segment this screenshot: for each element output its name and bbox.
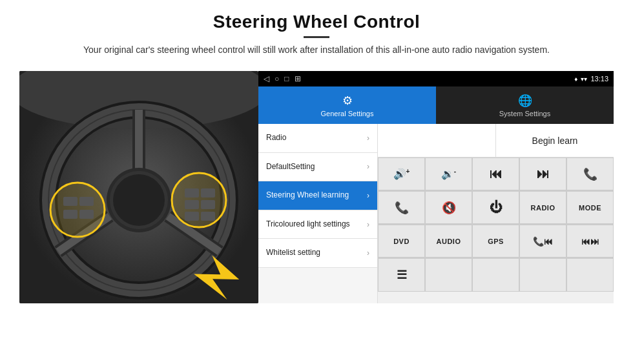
phone-button[interactable]: 📞 [566,157,614,190]
volume-down-icon: 🔉- [441,168,456,180]
chevron-right-icon: › [367,248,369,258]
svg-rect-25 [201,212,215,221]
menu-item-whitelist[interactable]: Whitelist setting › [258,239,377,268]
svg-point-14 [50,183,105,237]
recents-nav-icon[interactable]: □ [284,74,289,83]
steering-wheel-controls: Begin learn 🔊+ 🔉- ⏮ [378,124,614,303]
svg-rect-16 [79,197,94,206]
answer-icon: 📞 [395,201,409,215]
mute-icon: 🔇 [442,201,456,215]
tab-system-label: System Settings [499,110,550,117]
location-icon: ♦ [574,76,577,83]
skip-button[interactable]: ⏮⏭ [566,225,614,258]
empty-slot [378,124,496,157]
next-track-button[interactable]: ⏭ [519,157,566,190]
android-main: Radio › DefaultSetting › Steering Wheel … [258,124,614,303]
dvd-label: DVD [393,238,410,245]
chevron-right-icon: › [367,220,369,229]
svg-point-13 [113,174,165,226]
menu-item-default-setting[interactable]: DefaultSetting › [258,153,377,182]
mute-button[interactable]: 🔇 [425,191,472,224]
next-track-icon: ⏭ [537,167,550,181]
svg-rect-21 [201,188,215,197]
radio-label: RADIO [531,204,555,212]
phone-prev-button[interactable]: 📞⏮ [519,225,566,258]
status-bar-right: ♦ ▾▾ 13:13 [574,75,608,83]
phone-prev-icon: 📞⏮ [533,236,553,247]
home-nav-icon[interactable]: ○ [275,74,279,83]
tab-bar: ⚙ General Settings 🌐 System Settings [258,86,614,124]
chevron-right-icon: › [367,134,369,143]
page-container: Steering Wheel Control Your original car… [0,0,633,364]
volume-up-icon: 🔊+ [393,168,410,180]
menu-item-tricolour[interactable]: Tricoloured light settings › [258,210,377,239]
status-bar: ◁ ○ □ ⊞ ♦ ▾▾ 13:13 [258,71,614,86]
wifi-icon: ▾▾ [581,76,587,83]
audio-label: AUDIO [437,238,461,245]
empty-btn-2 [425,258,472,292]
settings-menu: Radio › DefaultSetting › Steering Wheel … [258,124,378,303]
back-nav-icon[interactable]: ◁ [264,74,269,83]
globe-settings-icon: 🌐 [518,94,532,108]
tab-general-label: General Settings [321,110,374,117]
title-section: Steering Wheel Control Your original car… [83,12,550,57]
page-title: Steering Wheel Control [83,12,550,32]
android-panel: ◁ ○ □ ⊞ ♦ ▾▾ 13:13 ⚙ General Settings [258,71,614,303]
power-button[interactable]: ⏻ [472,191,519,224]
begin-learn-button[interactable]: Begin learn [496,124,614,157]
volume-up-button[interactable]: 🔊+ [378,157,425,190]
prev-track-button[interactable]: ⏮ [472,157,519,190]
menu-item-steering-wheel[interactable]: Steering Wheel learning › [258,181,377,210]
chevron-right-icon: › [367,162,369,171]
steering-wheel-photo [19,71,258,303]
mode-button[interactable]: MODE [566,191,614,224]
svg-rect-18 [79,210,94,219]
list-icon: ☰ [397,268,407,282]
list-icon-button[interactable]: ☰ [378,258,425,292]
tab-system-settings[interactable]: 🌐 System Settings [436,86,614,124]
svg-rect-17 [63,210,78,219]
volume-down-button[interactable]: 🔉- [425,157,472,190]
empty-btn-3 [472,258,519,292]
audio-button[interactable]: AUDIO [425,225,472,258]
prev-track-icon: ⏮ [490,167,503,181]
tab-general-settings[interactable]: ⚙ General Settings [258,86,436,124]
radio-mode-button[interactable]: RADIO [519,191,566,224]
controls-top-row: Begin learn [378,124,614,157]
gps-button[interactable]: GPS [472,225,519,258]
nav-icons: ◁ ○ □ ⊞ [264,74,301,83]
svg-rect-20 [185,188,199,197]
chevron-right-icon: › [367,191,369,200]
gps-label: GPS [488,238,504,245]
empty-btn-5 [566,258,614,292]
empty-btn-4 [519,258,566,292]
svg-rect-23 [201,200,215,209]
mode-label: MODE [579,204,601,212]
title-divider [304,36,329,38]
svg-rect-24 [185,212,199,221]
status-time: 13:13 [590,75,608,83]
dvd-button[interactable]: DVD [378,225,425,258]
gear-settings-icon: ⚙ [342,94,353,108]
content-area: ◁ ○ □ ⊞ ♦ ▾▾ 13:13 ⚙ General Settings [19,71,614,303]
menu-item-radio[interactable]: Radio › [258,124,377,153]
power-icon: ⏻ [490,200,503,215]
svg-rect-15 [63,197,78,206]
phone-icon: 📞 [583,167,597,181]
page-subtitle: Your original car's steering wheel contr… [83,43,550,57]
menu-nav-icon[interactable]: ⊞ [295,74,301,83]
svg-rect-22 [185,200,199,209]
skip-icon: ⏮⏭ [581,236,599,247]
answer-button[interactable]: 📞 [378,191,425,224]
